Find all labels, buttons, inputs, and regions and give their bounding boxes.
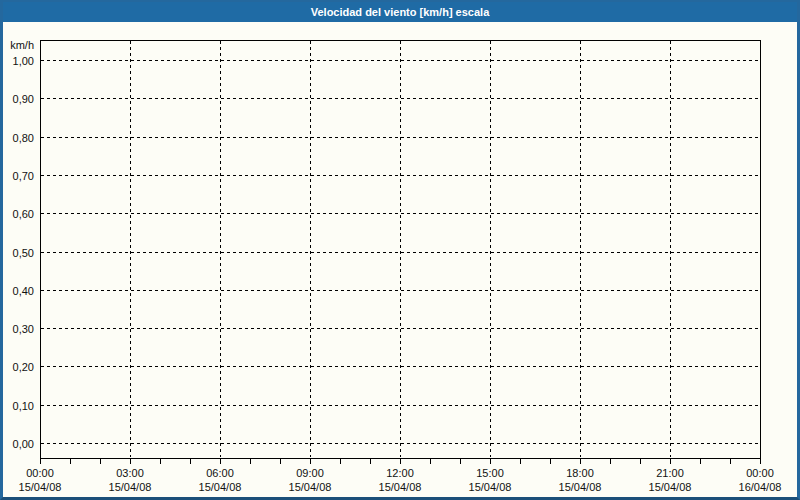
x-tick-date-label: 15/04/08 xyxy=(289,481,332,493)
x-tick-date-label: 15/04/08 xyxy=(19,481,62,493)
x-tick-date-label: 16/04/08 xyxy=(739,481,782,493)
x-tick-time-label: 18:00 xyxy=(566,467,594,479)
y-tick-label: 0,00 xyxy=(13,438,34,450)
y-tick-label: 1,00 xyxy=(13,55,34,67)
x-tick-time-label: 15:00 xyxy=(476,467,504,479)
x-tick-date-label: 15/04/08 xyxy=(379,481,422,493)
y-tick-label: 0,20 xyxy=(13,361,34,373)
x-tick-date-label: 15/04/08 xyxy=(559,481,602,493)
y-tick-label: 0,40 xyxy=(13,285,34,297)
y-tick-label: 0,90 xyxy=(13,93,34,105)
y-tick-label: 0,80 xyxy=(13,132,34,144)
plot-border xyxy=(41,41,761,459)
x-tick-date-label: 15/04/08 xyxy=(109,481,152,493)
x-tick-time-label: 21:00 xyxy=(656,467,684,479)
x-tick-date-label: 15/04/08 xyxy=(199,481,242,493)
x-tick-time-label: 00:00 xyxy=(26,467,54,479)
y-tick-label: 0,50 xyxy=(13,247,34,259)
x-tick-time-label: 06:00 xyxy=(206,467,234,479)
x-tick-time-label: 03:00 xyxy=(116,467,144,479)
y-axis-unit-label: km/h xyxy=(10,39,34,51)
x-tick-time-label: 09:00 xyxy=(296,467,324,479)
x-tick-time-label: 00:00 xyxy=(746,467,774,479)
y-tick-label: 0,30 xyxy=(13,323,34,335)
y-tick-label: 0,70 xyxy=(13,170,34,182)
chart-title: Velocidad del viento [km/h] escala xyxy=(311,6,490,18)
y-tick-label: 0,60 xyxy=(13,208,34,220)
x-tick-date-label: 15/04/08 xyxy=(469,481,512,493)
x-tick-time-label: 12:00 xyxy=(386,467,414,479)
wind-speed-chart: 1,000,900,800,700,600,500,400,300,200,10… xyxy=(0,0,800,500)
x-tick-date-label: 15/04/08 xyxy=(649,481,692,493)
title-bar: Velocidad del viento [km/h] escala xyxy=(3,2,797,22)
y-tick-label: 0,10 xyxy=(13,400,34,412)
chart-window: Velocidad del viento [km/h] escala 1,000… xyxy=(0,0,800,500)
